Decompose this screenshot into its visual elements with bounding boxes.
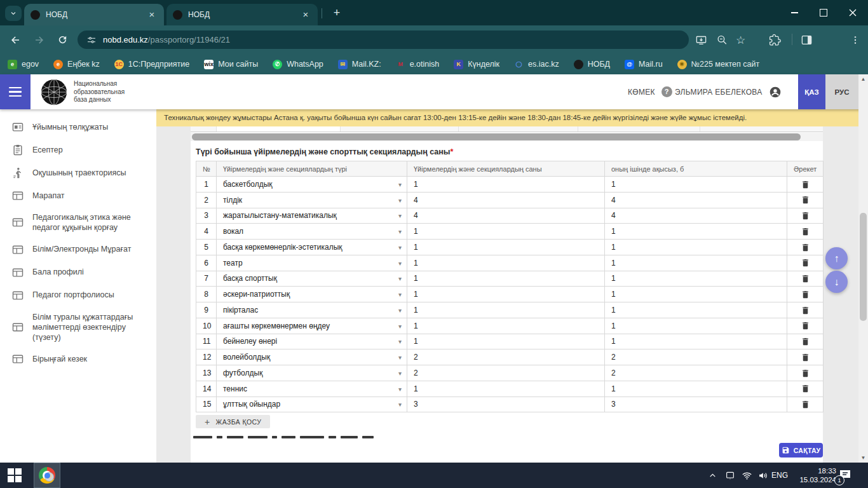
count-field[interactable]: 1 <box>407 287 605 302</box>
type-dropdown[interactable]: пікірталас▾ <box>217 302 407 318</box>
type-dropdown[interactable]: әскери-патриоттық▾ <box>217 287 407 302</box>
user-menu[interactable]: ЭЛЬМИРА ЕБЕЛЕКОВА <box>675 74 782 109</box>
trash-icon[interactable] <box>801 321 810 330</box>
trash-icon[interactable] <box>801 306 810 315</box>
window-maximize-button[interactable] <box>810 0 837 25</box>
reload-button[interactable] <box>53 31 71 49</box>
bookmark-item[interactable]: @ Mail.ru <box>625 60 663 69</box>
type-dropdown[interactable]: ұлттық ойындар▾ <box>217 396 407 412</box>
taskbar-clock[interactable]: 18:33 15.03.2024 <box>789 463 839 488</box>
sidebar-item[interactable]: Педагог портфолиосы <box>0 284 156 307</box>
bookmark-item[interactable]: K Күнделік <box>454 60 499 69</box>
language-indicator[interactable]: ENG <box>770 463 789 488</box>
browser-menu-button[interactable] <box>850 35 860 45</box>
trash-icon[interactable] <box>801 211 810 220</box>
count-field[interactable]: 1 <box>407 177 605 193</box>
free-count-field[interactable]: 1 <box>605 318 787 334</box>
bookmark-item[interactable]: wix Мои сайты <box>204 60 258 69</box>
install-app-button[interactable] <box>695 34 707 46</box>
free-count-field[interactable]: 2 <box>605 365 787 381</box>
count-field[interactable]: 2 <box>407 365 605 381</box>
count-field[interactable]: 1 <box>407 271 605 287</box>
free-count-field[interactable]: 1 <box>605 302 787 318</box>
free-count-field[interactable]: 2 <box>605 349 787 365</box>
sidebar-item[interactable]: Білім/Электронды Мұрағат <box>0 238 156 261</box>
count-field[interactable]: 4 <box>407 208 605 224</box>
sidebar-item[interactable]: Бірыңғай кезек <box>0 348 156 370</box>
count-field[interactable]: 1 <box>407 240 605 255</box>
bookmark-item[interactable]: НОБД <box>574 60 610 69</box>
sidebar-item[interactable]: Марапат <box>0 184 156 207</box>
type-dropdown[interactable]: футболдық▾ <box>217 365 407 381</box>
sidebar-item[interactable]: Оқушының траекториясы <box>0 161 156 184</box>
tray-wifi-button[interactable] <box>738 463 755 488</box>
scroll-to-bottom-button[interactable]: ↓ <box>825 271 848 293</box>
free-count-field[interactable]: 1 <box>605 240 787 255</box>
window-close-button[interactable] <box>839 0 867 25</box>
count-field[interactable]: 1 <box>407 224 605 240</box>
sidebar-item[interactable]: Есептер <box>0 139 156 161</box>
bookmark-item[interactable]: ✉ Mail.KZ: <box>338 60 381 69</box>
trash-icon[interactable] <box>801 243 810 252</box>
page-scrollbar[interactable]: ▲ ▼ <box>858 74 868 463</box>
type-dropdown[interactable]: волейболдық▾ <box>217 349 407 365</box>
type-dropdown[interactable]: басқа көркемөнерлік-эстетикалық▾ <box>217 240 407 255</box>
tab-close-icon[interactable]: × <box>146 9 158 20</box>
free-count-field[interactable]: 4 <box>605 192 787 208</box>
bookmark-item[interactable]: ◯ es.iac.kz <box>514 60 559 69</box>
trash-icon[interactable] <box>801 290 810 299</box>
trash-icon[interactable] <box>801 369 810 378</box>
tab-close-icon[interactable]: × <box>300 9 311 20</box>
url-bar[interactable]: nobd.edu.kz/passportorg/11946/21 <box>78 30 689 49</box>
free-count-field[interactable]: 1 <box>605 271 787 287</box>
scroll-to-top-button[interactable]: ↑ <box>825 247 848 269</box>
zoom-button[interactable] <box>716 34 728 46</box>
count-field[interactable]: 1 <box>407 334 605 349</box>
type-dropdown[interactable]: театр▾ <box>217 255 407 271</box>
tab-search-button[interactable] <box>5 6 22 21</box>
back-button[interactable] <box>6 31 24 49</box>
sidebar-item[interactable]: Білім туралы құжаттардағы мәліметтерді ө… <box>0 307 156 348</box>
bookmark-item[interactable]: ✆ WhatsApp <box>273 60 323 69</box>
trash-icon[interactable] <box>801 227 810 236</box>
free-count-field[interactable]: 1 <box>605 224 787 240</box>
type-dropdown[interactable]: вокал▾ <box>217 224 407 240</box>
count-field[interactable]: 4 <box>407 192 605 208</box>
count-field[interactable]: 3 <box>407 396 605 412</box>
scroll-down-arrow-icon[interactable]: ▼ <box>858 453 868 463</box>
type-dropdown[interactable]: басқа спорттық▾ <box>217 271 407 287</box>
browser-tab[interactable]: НОБД × <box>166 4 318 25</box>
lang-kaz-button[interactable]: ҚАЗ <box>798 74 825 109</box>
bookmark-item[interactable]: ✳ №225 мектеп сайт <box>677 60 760 69</box>
start-button[interactable] <box>8 468 22 482</box>
notification-center-button[interactable]: 1 <box>837 468 854 483</box>
bookmark-item[interactable]: e egov <box>8 60 39 69</box>
sidebar-item[interactable]: Ұйымның төлқұжаты <box>0 116 156 139</box>
scrollbar-thumb[interactable] <box>860 213 867 321</box>
bookmark-item[interactable]: M e.otinish <box>396 60 440 69</box>
trash-icon[interactable] <box>801 274 810 283</box>
bookmark-item[interactable]: 1С 1С:Предприятие <box>114 60 190 69</box>
free-count-field[interactable]: 4 <box>605 208 787 224</box>
trash-icon[interactable] <box>801 195 810 205</box>
count-field[interactable]: 1 <box>407 318 605 334</box>
type-dropdown[interactable]: теннис▾ <box>217 381 407 396</box>
free-count-field[interactable]: 1 <box>605 287 787 302</box>
scroll-up-arrow-icon[interactable]: ▲ <box>858 74 868 84</box>
free-count-field[interactable]: 1 <box>605 334 787 349</box>
type-dropdown[interactable]: тілдік▾ <box>217 192 407 208</box>
window-minimize-button[interactable] <box>780 0 808 25</box>
type-dropdown[interactable]: баскетболдық▾ <box>217 177 407 193</box>
sidebar-item[interactable]: Педагогикалық этика және педагог құқығын… <box>0 207 156 238</box>
new-tab-button[interactable]: + <box>329 6 344 21</box>
forward-button[interactable] <box>31 31 48 49</box>
menu-toggle-button[interactable] <box>0 74 31 109</box>
trash-icon[interactable] <box>801 258 810 268</box>
side-panel-button[interactable] <box>801 34 813 46</box>
count-field[interactable]: 1 <box>407 302 605 318</box>
trash-icon[interactable] <box>801 353 810 362</box>
trash-icon[interactable] <box>801 337 810 346</box>
free-count-field[interactable]: 3 <box>605 396 787 412</box>
browser-tab-active[interactable]: НОБД × <box>24 4 164 25</box>
trash-icon[interactable] <box>801 384 810 393</box>
